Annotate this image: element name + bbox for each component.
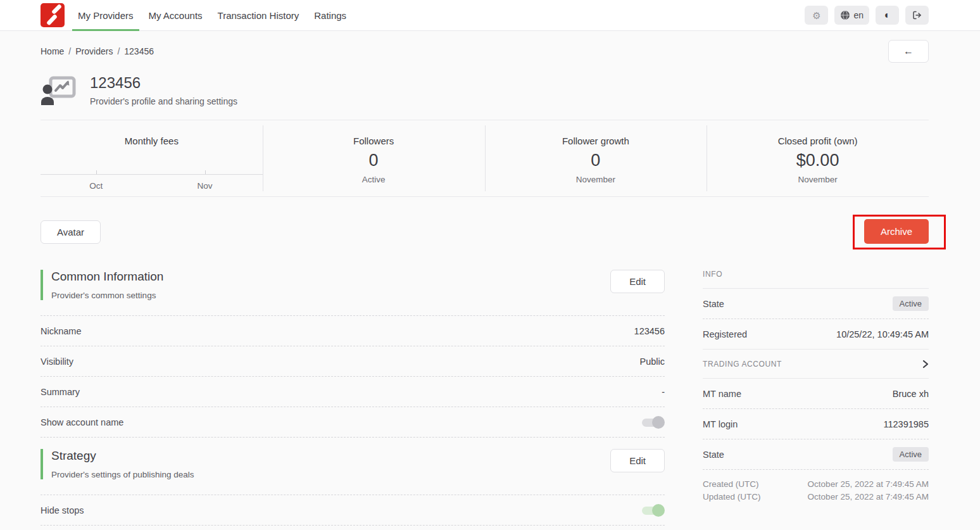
chart-x-axis xyxy=(41,174,263,175)
stat-value: 0 xyxy=(591,151,600,170)
nav-item-my-providers[interactable]: My Providers xyxy=(72,0,139,30)
page-header: 123456 Provider's profile and sharing se… xyxy=(0,65,980,106)
row-label: Registered xyxy=(703,329,747,339)
nav-item-my-accounts[interactable]: My Accounts xyxy=(143,0,208,30)
meta-label: Created (UTC) xyxy=(703,478,759,491)
strategy-header: Strategy Provider's settings of publishi… xyxy=(41,438,665,495)
show-account-name-toggle[interactable] xyxy=(640,416,665,429)
section-subtitle: Provider's settings of publishing deals xyxy=(51,470,194,479)
chart-tick xyxy=(96,170,97,174)
section-title: Common Information xyxy=(51,270,163,284)
row-nickname: Nickname 123456 xyxy=(41,316,665,346)
common-information-rows: Nickname 123456 Visibility Public Summar… xyxy=(41,315,665,438)
avatar-button[interactable]: Avatar xyxy=(41,220,101,244)
chart-tick-label: Oct xyxy=(89,181,103,191)
stat-value: $0.00 xyxy=(796,151,839,170)
row-value: 112391985 xyxy=(883,419,929,429)
main-nav: My Providers My Accounts Transaction His… xyxy=(72,0,356,30)
stat-card-follower-growth: Follower growth 0 November xyxy=(485,120,707,196)
back-button[interactable]: ← xyxy=(888,40,929,63)
timestamps-block: Created (UTC) October 25, 2022 at 7:49:4… xyxy=(703,470,929,503)
side-row-mt-name: MT name Bruce xh xyxy=(703,379,929,409)
edit-strategy-button[interactable]: Edit xyxy=(610,449,665,472)
left-arrow-icon: ← xyxy=(903,46,914,57)
nav-item-transaction-history[interactable]: Transaction History xyxy=(212,0,305,30)
annotation-highlight-box: Archive xyxy=(853,215,946,249)
common-information-header: Common Information Provider's common set… xyxy=(41,265,665,315)
breadcrumb-separator: / xyxy=(64,46,75,56)
status-badge: Active xyxy=(893,447,929,462)
stat-card-monthly-fees: Monthly fees Oct Nov xyxy=(41,120,263,196)
logout-button[interactable] xyxy=(905,6,929,25)
chevron-right-icon xyxy=(922,360,929,369)
row-value: - xyxy=(662,387,665,397)
trading-account-heading[interactable]: TRADING ACCOUNT xyxy=(703,350,929,379)
row-visibility: Visibility Public xyxy=(41,346,665,377)
side-row-state: State Active xyxy=(703,289,929,319)
stat-title: Follower growth xyxy=(562,136,629,146)
stats-band: Monthly fees Oct Nov Followers 0 Active … xyxy=(41,120,929,197)
breadcrumb-providers[interactable]: Providers xyxy=(75,46,113,56)
row-hide-stops: Hide stops xyxy=(41,495,665,526)
logout-icon xyxy=(912,10,922,20)
settings-column: Common Information Provider's common set… xyxy=(41,265,665,526)
row-label: Nickname xyxy=(41,326,81,336)
row-label: Show account name xyxy=(41,417,123,427)
section-subtitle: Provider's common settings xyxy=(51,291,163,300)
toggle-knob xyxy=(652,504,665,517)
created-line: Created (UTC) October 25, 2022 at 7:49:4… xyxy=(703,478,929,491)
breadcrumb-current: 123456 xyxy=(124,46,154,56)
row-label: State xyxy=(703,299,724,309)
section-title: Strategy xyxy=(51,449,194,463)
app-logo-icon[interactable] xyxy=(41,3,65,27)
section-title-block: Common Information Provider's common set… xyxy=(41,270,163,300)
row-label: Hide stops xyxy=(41,505,84,515)
chart-tick xyxy=(205,170,206,174)
stat-title: Closed profit (own) xyxy=(778,136,858,146)
meta-value: October 25, 2022 at 7:49:45 AM xyxy=(808,491,929,503)
archive-button[interactable]: Archive xyxy=(864,219,929,244)
side-row-mt-login: MT login 112391985 xyxy=(703,409,929,439)
row-label: State xyxy=(703,450,724,460)
hide-stops-toggle[interactable] xyxy=(640,504,665,517)
breadcrumb-separator: / xyxy=(113,46,124,56)
nav-item-ratings[interactable]: Ratings xyxy=(308,0,352,30)
settings-button[interactable]: ⚙ xyxy=(805,6,828,25)
stat-caption: November xyxy=(576,175,615,184)
gear-icon: ⚙ xyxy=(812,11,820,20)
side-row-account-state: State Active xyxy=(703,439,929,470)
edit-common-information-button[interactable]: Edit xyxy=(610,270,665,293)
stat-card-followers: Followers 0 Active xyxy=(263,120,485,196)
breadcrumb-row: Home / Providers / 123456 ← xyxy=(0,31,980,65)
topbar-actions: ⚙ en ◐ xyxy=(805,6,929,25)
chart-tick-label: Nov xyxy=(198,181,213,191)
row-label: Summary xyxy=(41,387,80,397)
row-summary: Summary - xyxy=(41,377,665,407)
language-button[interactable]: en xyxy=(834,6,869,25)
theme-toggle-button[interactable]: ◐ xyxy=(876,6,899,25)
status-badge: Active xyxy=(893,296,929,311)
top-nav-bar: My Providers My Accounts Transaction His… xyxy=(0,0,980,31)
row-label: MT name xyxy=(703,389,741,399)
row-label: MT login xyxy=(703,419,738,429)
provider-profile-icon xyxy=(41,76,76,105)
main-content: Common Information Provider's common set… xyxy=(0,249,980,526)
row-value: Bruce xh xyxy=(893,389,929,399)
info-section-heading: INFO xyxy=(703,265,929,289)
page-title: 123456 xyxy=(90,74,237,92)
breadcrumb: Home / Providers / 123456 xyxy=(41,46,154,56)
stat-value: 0 xyxy=(369,151,379,170)
stat-caption: Active xyxy=(362,175,386,184)
updated-line: Updated (UTC) October 25, 2022 at 7:49:4… xyxy=(703,491,929,503)
globe-icon xyxy=(840,10,850,20)
row-label: Visibility xyxy=(41,356,73,367)
stat-title: Followers xyxy=(353,136,394,146)
info-sidebar: INFO State Active Registered 10/25/22, 1… xyxy=(703,265,929,526)
strategy-rows: Hide stops xyxy=(41,495,665,526)
heading-label: TRADING ACCOUNT xyxy=(703,360,782,369)
side-row-registered: Registered 10/25/22, 10:49:45 AM xyxy=(703,319,929,350)
section-title-block: Strategy Provider's settings of publishi… xyxy=(41,449,194,479)
row-show-account-name: Show account name xyxy=(41,407,665,438)
language-label: en xyxy=(853,10,864,20)
breadcrumb-home[interactable]: Home xyxy=(41,46,64,56)
